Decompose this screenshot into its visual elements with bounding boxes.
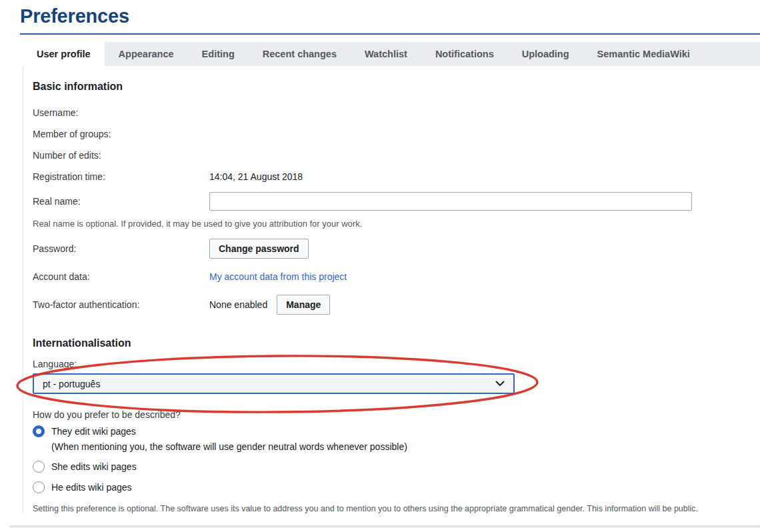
tab-notifications[interactable]: Notifications xyxy=(421,42,508,66)
section-heading-internationalisation: Internationalisation xyxy=(33,337,751,349)
tab-content-panel: Basic information Username: Member of gr… xyxy=(23,66,760,513)
radio-button-he[interactable] xyxy=(33,481,45,493)
chevron-down-icon xyxy=(495,381,505,387)
number-of-edits-label: Number of edits: xyxy=(33,150,209,161)
section-heading-basic-information: Basic information xyxy=(33,81,751,93)
tab-recent-changes[interactable]: Recent changes xyxy=(249,42,351,66)
real-name-input[interactable] xyxy=(209,192,692,211)
language-label: Language: xyxy=(33,359,751,369)
tab-semantic-mediawiki[interactable]: Semantic MediaWiki xyxy=(583,42,704,66)
account-data-link[interactable]: My account data from this project xyxy=(209,271,347,282)
gender-option-he-label: He edits wiki pages xyxy=(51,481,132,493)
gender-option-she[interactable]: She edits wiki pages xyxy=(33,461,751,473)
gender-option-they-label: They edit wiki pages xyxy=(51,425,136,437)
real-name-label: Real name: xyxy=(33,196,209,207)
form-row-password: Password: Change password xyxy=(33,235,751,263)
account-data-label: Account data: xyxy=(33,271,209,282)
password-label: Password: xyxy=(33,243,209,254)
form-row-username: Username: xyxy=(33,102,751,123)
username-label: Username: xyxy=(33,107,209,118)
two-factor-label: Two-factor authentication: xyxy=(33,299,209,310)
radio-button-she[interactable] xyxy=(33,461,45,473)
tab-appearance[interactable]: Appearance xyxy=(105,42,188,66)
tab-uploading[interactable]: Uploading xyxy=(508,42,583,66)
form-row-number-of-edits: Number of edits: xyxy=(33,145,751,166)
radio-button-they[interactable] xyxy=(33,425,45,437)
two-factor-status: None enabled xyxy=(209,299,267,310)
content-bottom-divider xyxy=(9,525,760,528)
language-select-wrap: pt - português xyxy=(33,373,515,394)
preferences-tabbar: User profile Appearance Editing Recent c… xyxy=(23,42,760,66)
real-name-help-text: Real name is optional. If provided, it m… xyxy=(33,219,751,229)
gender-option-she-label: She edits wiki pages xyxy=(51,461,137,473)
gender-option-he[interactable]: He edits wiki pages xyxy=(33,481,751,493)
page-title: Preferences xyxy=(20,0,760,33)
gender-option-they-note: (When mentioning you, the software will … xyxy=(51,441,751,452)
form-row-registration-time: Registration time: 14:04, 21 August 2018 xyxy=(33,166,751,187)
tab-user-profile[interactable]: User profile xyxy=(23,42,105,66)
language-select[interactable]: pt - português xyxy=(33,373,515,394)
form-row-account-data: Account data: My account data from this … xyxy=(33,263,751,291)
page-header: Preferences xyxy=(20,0,760,35)
registration-time-label: Registration time: xyxy=(33,171,209,182)
member-of-groups-label: Member of groups: xyxy=(33,129,209,139)
registration-time-value: 14:04, 21 August 2018 xyxy=(209,171,303,182)
change-password-button[interactable]: Change password xyxy=(209,239,309,259)
language-selected-value: pt - português xyxy=(43,379,100,389)
tab-watchlist[interactable]: Watchlist xyxy=(351,42,421,66)
gender-preference-footnote: Setting this preference is optional. The… xyxy=(33,504,751,513)
gender-option-they[interactable]: They edit wiki pages xyxy=(33,425,751,437)
gender-question-label: How do you prefer to be described? xyxy=(33,409,751,420)
form-row-two-factor: Two-factor authentication: None enabled … xyxy=(33,291,751,319)
form-row-real-name: Real name: xyxy=(33,187,751,215)
form-row-member-of-groups: Member of groups: xyxy=(33,123,751,145)
tab-editing[interactable]: Editing xyxy=(188,42,249,66)
manage-two-factor-button[interactable]: Manage xyxy=(277,295,330,315)
